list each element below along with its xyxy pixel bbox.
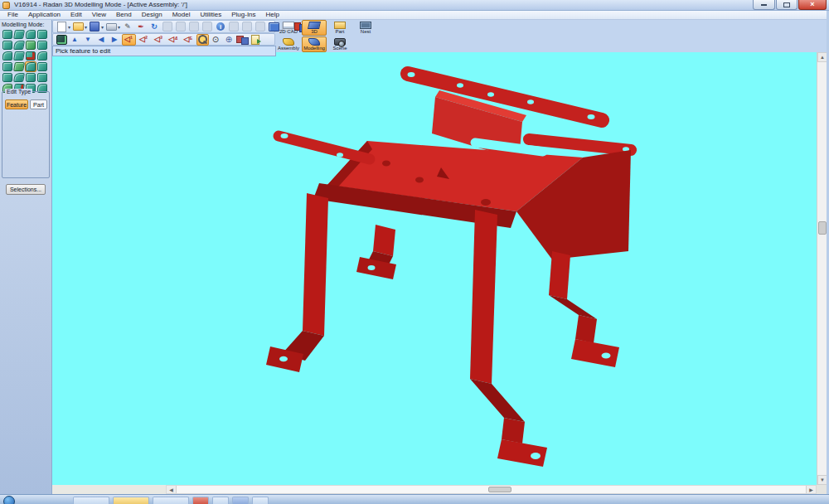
edit-type-part-button[interactable]: Part: [30, 99, 47, 109]
modelling-tool-icon-active[interactable]: [25, 61, 36, 72]
menu-utilities[interactable]: Utilities: [195, 11, 226, 19]
menu-plugins[interactable]: Plug-Ins: [226, 11, 260, 19]
launcher-modelling[interactable]: Modelling: [302, 36, 327, 52]
modelling-tool-icon[interactable]: [25, 40, 36, 51]
new-dropdown-icon[interactable]: ▾: [68, 24, 70, 30]
menu-bend[interactable]: Bend: [111, 11, 137, 19]
taskbar-app-button[interactable]: [192, 497, 209, 504]
view-down-icon[interactable]: ▼: [82, 34, 95, 46]
mode-tool-icon[interactable]: [56, 34, 68, 46]
taskbar-app-button[interactable]: [153, 497, 189, 504]
menubar: File Application Edit View Bend Design M…: [0, 11, 829, 20]
close-button[interactable]: ×: [798, 0, 827, 10]
modelling-tool-icon[interactable]: [36, 40, 48, 51]
launcher-2d-cad[interactable]: 2D CAD: [276, 20, 301, 36]
maximize-button[interactable]: [776, 0, 797, 10]
bend-mode-1-icon[interactable]: ◁¹: [122, 34, 136, 46]
modelling-tool-icon[interactable]: [2, 29, 13, 40]
launcher-3d[interactable]: 3D: [302, 20, 327, 36]
modelling-tool-icon[interactable]: [13, 61, 25, 72]
launcher-part[interactable]: Part: [327, 20, 352, 36]
bend-mode-2-icon[interactable]: ◁²: [137, 34, 151, 46]
taskbar-app-button[interactable]: [252, 497, 269, 504]
launcher-assembly[interactable]: Assembly: [276, 36, 301, 52]
taskbar-app-button[interactable]: [232, 497, 249, 504]
modelling-tool-grid: [2, 29, 50, 94]
modelling-tool-icon[interactable]: [25, 51, 36, 61]
view-up-icon[interactable]: ▲: [69, 34, 81, 46]
part-folder-icon: [334, 22, 346, 29]
print-icon[interactable]: [105, 21, 118, 32]
minimize-button[interactable]: [753, 0, 775, 10]
menu-file[interactable]: File: [2, 11, 23, 19]
modelling-tool-icon[interactable]: [13, 29, 25, 40]
viewport[interactable]: [52, 52, 817, 485]
selections-button[interactable]: Selections...: [6, 184, 46, 195]
modelling-tool-icon[interactable]: [2, 72, 13, 83]
edit-type-feature-button[interactable]: Feature: [5, 99, 28, 109]
export-icon[interactable]: [250, 34, 262, 46]
minimize-icon: [761, 4, 767, 6]
scroll-left-icon[interactable]: ◀: [167, 486, 177, 493]
scene-camera-icon: [334, 38, 346, 46]
taskbar-app-button[interactable]: [212, 497, 229, 504]
new-file-icon[interactable]: [56, 21, 68, 32]
vertical-scroll-thumb[interactable]: [818, 221, 827, 235]
bend-mode-5-icon[interactable]: ◁⁵: [182, 34, 196, 46]
modelling-tool-icon[interactable]: [2, 51, 13, 61]
print-dropdown-icon[interactable]: ▾: [118, 24, 120, 30]
modelling-tool-icon[interactable]: [2, 40, 13, 51]
open-file-icon[interactable]: [72, 21, 85, 32]
horizontal-scroll-thumb[interactable]: [488, 487, 511, 492]
launcher-nest[interactable]: Nest: [353, 20, 378, 36]
feature-zoom-icon[interactable]: [196, 34, 209, 46]
window-controls: ×: [752, 0, 827, 10]
modelling-tool-icon[interactable]: [36, 51, 48, 61]
nest-icon: [360, 22, 371, 29]
modelling-tool-icon[interactable]: [13, 51, 25, 61]
sidebar: Modelling Mode: Edit Type Feature Part S…: [0, 20, 52, 494]
mode-launcher: 2D CAD 3D Part Nest Assembly Modell: [276, 20, 381, 53]
horizontal-scrollbar[interactable]: ◀ ▶: [166, 485, 817, 494]
modelling-tool-icon[interactable]: [13, 40, 25, 51]
modelling-tool-icon[interactable]: [36, 72, 48, 83]
bend-mode-3-icon[interactable]: ◁³: [152, 34, 166, 46]
copy-view-icon[interactable]: [236, 34, 249, 46]
save-dropdown-icon[interactable]: ▾: [101, 24, 104, 30]
modelling-tool-icon[interactable]: [2, 61, 13, 72]
scroll-right-icon[interactable]: ▶: [806, 486, 816, 493]
open-dropdown-icon[interactable]: ▾: [85, 24, 87, 30]
modelling-tool-icon[interactable]: [25, 72, 36, 83]
refresh-icon[interactable]: ↻: [148, 21, 161, 32]
axes-origin-icon[interactable]: ⊕: [223, 34, 235, 46]
modelling-tool-icon[interactable]: [25, 29, 36, 40]
menu-view[interactable]: View: [87, 11, 111, 19]
menu-model[interactable]: Model: [167, 11, 196, 19]
vertical-scrollbar[interactable]: ▲ ▼: [817, 52, 827, 485]
modelling-tool-icon[interactable]: [36, 61, 48, 72]
launcher-label: Modelling: [303, 46, 325, 51]
modelling-icon: [308, 38, 320, 46]
edit-pen-icon[interactable]: ✒: [135, 21, 148, 32]
menu-application[interactable]: Application: [23, 11, 65, 19]
start-button[interactable]: [3, 496, 15, 504]
save-icon[interactable]: [89, 21, 101, 32]
menu-design[interactable]: Design: [137, 11, 167, 19]
launcher-label: 3D: [311, 29, 318, 35]
sketch-pencil-icon[interactable]: ✎: [122, 21, 134, 32]
view-right-icon[interactable]: ▶: [109, 34, 121, 46]
circle-select-icon[interactable]: ⊙: [210, 34, 222, 46]
info-icon[interactable]: [215, 21, 227, 32]
view-left-icon[interactable]: ◀: [95, 34, 108, 46]
bend-mode-4-icon[interactable]: ◁⁴: [167, 34, 181, 46]
launcher-scene[interactable]: Scene: [327, 36, 352, 52]
menu-help[interactable]: Help: [261, 11, 284, 19]
disabled-tool-icon: [188, 21, 201, 32]
taskbar-app-button[interactable]: [73, 497, 109, 504]
disabled-tool-icon: [162, 21, 174, 32]
menu-edit[interactable]: Edit: [65, 11, 87, 19]
modelling-tool-icon[interactable]: [13, 72, 25, 83]
taskbar-app-button[interactable]: [113, 497, 149, 504]
prompt-bar: Pick feature to edit: [52, 46, 276, 56]
modelling-tool-icon[interactable]: [36, 29, 48, 40]
